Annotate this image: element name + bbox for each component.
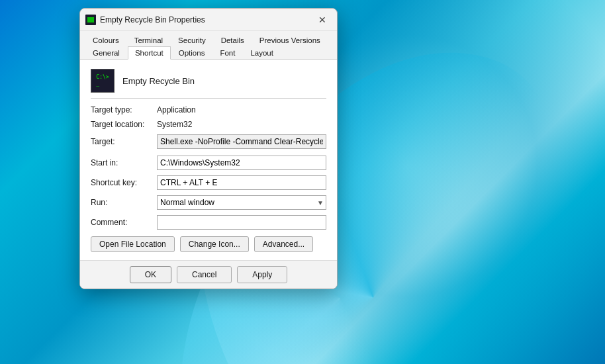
target-type-value: Application — [157, 105, 196, 114]
cmd-icon-inner — [87, 17, 94, 23]
advanced-button[interactable]: Advanced... — [254, 236, 313, 252]
run-label: Run: — [91, 198, 157, 207]
tabs-container: Colours Terminal Security Details Previo… — [80, 31, 337, 60]
tabs-row-1: Colours Terminal Security Details Previo… — [85, 34, 332, 46]
dialog-footer: OK Cancel Apply — [80, 260, 337, 289]
action-buttons: Open File Location Change Icon... Advanc… — [91, 236, 326, 252]
tab-content: C:\>_ Empty Recycle Bin Target type: App… — [80, 60, 337, 260]
shortcut-key-label: Shortcut key: — [91, 178, 157, 187]
start-in-input[interactable] — [157, 156, 326, 170]
comment-row: Comment: — [91, 215, 326, 230]
tab-font[interactable]: Font — [212, 46, 242, 59]
run-select[interactable]: Normal window Minimized Maximized — [157, 195, 326, 210]
properties-window: Empty Recycle Bin Properties ✕ Colours T… — [79, 8, 338, 289]
target-location-label: Target location: — [91, 120, 157, 129]
start-in-label: Start in: — [91, 158, 157, 167]
tab-colours[interactable]: Colours — [85, 34, 126, 46]
start-in-row: Start in: — [91, 156, 326, 170]
cancel-button[interactable]: Cancel — [177, 266, 232, 283]
tab-general[interactable]: General — [85, 46, 127, 59]
tab-details[interactable]: Details — [214, 34, 252, 46]
change-icon-button[interactable]: Change Icon... — [180, 236, 249, 252]
comment-label: Comment: — [91, 218, 157, 227]
app-name: Empty Recycle Bin — [122, 76, 195, 86]
apply-button[interactable]: Apply — [237, 266, 287, 283]
app-icon-text: C:\>_ — [96, 74, 109, 87]
window-title: Empty Recycle Bin Properties — [100, 15, 313, 24]
target-location-row: Target location: System32 — [91, 120, 326, 129]
shortcut-key-row: Shortcut key: — [91, 175, 326, 190]
ok-button[interactable]: OK — [130, 266, 171, 283]
tab-shortcut[interactable]: Shortcut — [128, 46, 171, 60]
window-icon — [85, 15, 96, 25]
app-header: C:\>_ Empty Recycle Bin — [91, 69, 326, 99]
tab-layout[interactable]: Layout — [243, 46, 281, 59]
title-bar: Empty Recycle Bin Properties ✕ — [80, 9, 337, 31]
app-icon: C:\>_ — [91, 69, 115, 93]
comment-input[interactable] — [157, 215, 326, 230]
target-label: Target: — [91, 137, 157, 146]
tab-previous-versions[interactable]: Previous Versions — [252, 34, 328, 46]
shortcut-key-input[interactable] — [157, 175, 326, 190]
open-file-location-button[interactable]: Open File Location — [91, 236, 175, 252]
tab-options[interactable]: Options — [171, 46, 212, 59]
target-input[interactable] — [157, 134, 326, 149]
close-button[interactable]: ✕ — [313, 13, 332, 27]
run-row: Run: Normal window Minimized Maximized ▼ — [91, 195, 326, 210]
target-type-label: Target type: — [91, 105, 157, 114]
tab-security[interactable]: Security — [171, 34, 213, 46]
tab-terminal[interactable]: Terminal — [127, 34, 170, 46]
tabs-row-2: General Shortcut Options Font Layout — [85, 46, 332, 59]
target-type-row: Target type: Application — [91, 105, 326, 114]
target-location-value: System32 — [157, 120, 192, 129]
target-row: Target: — [91, 134, 326, 149]
run-select-wrapper: Normal window Minimized Maximized ▼ — [157, 195, 326, 210]
